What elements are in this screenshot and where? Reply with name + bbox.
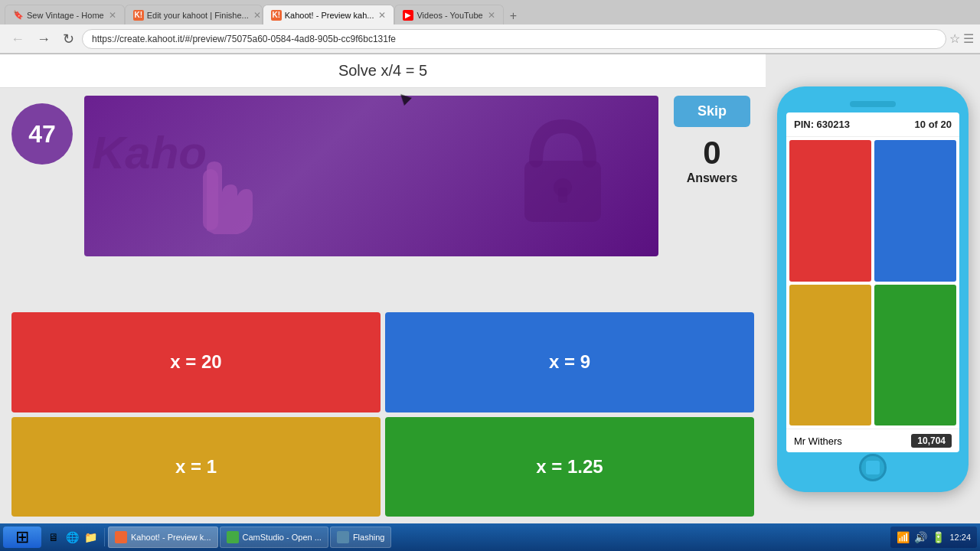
- nav-bar: ← → ↻ ☆ ☰: [0, 24, 980, 54]
- phone-header: PIN: 630213 10 of 20: [786, 112, 959, 137]
- phone-speaker: [850, 101, 896, 107]
- answer-box-1[interactable]: x = 20: [11, 312, 381, 412]
- svg-rect-3: [203, 169, 218, 230]
- phone-answer-grid: [786, 137, 959, 429]
- tab-sew-vintage[interactable]: 🔖 Sew Vintage - Home ✕: [5, 5, 125, 24]
- tab-icon-edit: K!: [133, 10, 144, 21]
- question-title: Solve x/4 = 5: [338, 62, 427, 79]
- windows-logo: ⊞: [15, 527, 29, 547]
- tab-youtube[interactable]: ▶ Videos - YouTube ✕: [394, 5, 503, 24]
- tab-bar: 🔖 Sew Vintage - Home ✕ K! Edit your kaho…: [0, 0, 980, 24]
- tab-icon-youtube: ▶: [403, 10, 413, 21]
- show-desktop-icon[interactable]: 🖥: [46, 530, 61, 545]
- phone-home-inner: [866, 461, 880, 474]
- phone-mockup: PIN: 630213 10 of 20 Mr Withers 10,704: [777, 86, 969, 492]
- phone-score: 10,704: [911, 434, 952, 448]
- start-orb[interactable]: ⊞: [3, 527, 41, 548]
- taskbar-tray: 📶 🔊 🔋 12:24: [890, 527, 977, 548]
- answer-label-3: x = 1: [175, 456, 217, 478]
- tab-kahoot-preview[interactable]: K! Kahoot! - Preview kah... ✕: [263, 5, 395, 24]
- phone-footer: Mr Withers 10,704: [786, 429, 959, 452]
- kahoot-image: Kaho: [84, 96, 658, 256]
- phone-bottom: [786, 452, 959, 483]
- answer-box-3[interactable]: x = 1: [11, 417, 381, 517]
- quick-launch: 🖥 🌐 📁: [43, 530, 101, 545]
- question-header: Solve x/4 = 5: [0, 54, 766, 88]
- taskbar-btn-camstudio[interactable]: CamStudio - Open ...: [220, 527, 328, 548]
- answers-count-section: 0 Answers: [687, 135, 738, 185]
- browser-chrome: 🔖 Sew Vintage - Home ✕ K! Edit your kaho…: [0, 0, 980, 54]
- phone-answer-blue[interactable]: [874, 140, 956, 282]
- answers-label: Answers: [687, 171, 738, 185]
- tab-close-preview[interactable]: ✕: [378, 10, 386, 21]
- answers-number: 0: [687, 135, 738, 171]
- answer-box-2[interactable]: x = 9: [385, 312, 754, 412]
- skip-answers: Skip 0 Answers: [670, 96, 754, 185]
- reload-button[interactable]: ↻: [58, 31, 79, 47]
- lock-icon: [513, 111, 612, 233]
- taskbar-flashing-icon: [337, 531, 349, 543]
- phone-screen: PIN: 630213 10 of 20 Mr Withers 10,704: [786, 112, 959, 452]
- timer-circle: 47: [11, 103, 73, 165]
- skip-button[interactable]: Skip: [674, 96, 750, 127]
- tab-close-youtube[interactable]: ✕: [488, 10, 495, 21]
- network-tray-icon: 📶: [897, 531, 910, 543]
- main-area: Solve x/4 = 5 47 Kaho: [0, 54, 980, 524]
- taskbar-flashing-label: Flashing: [353, 533, 385, 542]
- ie-icon[interactable]: 🌐: [64, 530, 80, 545]
- folder-icon[interactable]: 📁: [83, 530, 98, 545]
- hand-icon: [161, 123, 283, 246]
- tab-icon-preview: K!: [271, 10, 282, 21]
- phone-answer-yellow[interactable]: [789, 285, 871, 426]
- address-bar[interactable]: [82, 29, 946, 49]
- taskbar-kahoot-icon: [115, 531, 127, 543]
- taskbar-clock: 12:24: [949, 532, 971, 543]
- new-tab-button[interactable]: +: [504, 8, 523, 24]
- phone-answer-red[interactable]: [789, 140, 871, 282]
- taskbar-camstudio-icon: [227, 531, 239, 543]
- phone-player: Mr Withers: [794, 435, 842, 447]
- taskbar-btn-flashing[interactable]: Flashing: [330, 527, 392, 548]
- answer-grid: x = 20 x = 9 x = 1 x = 1.25: [0, 308, 766, 524]
- phone-area: PIN: 630213 10 of 20 Mr Withers 10,704: [766, 54, 980, 524]
- tab-close-edit[interactable]: ✕: [253, 10, 261, 21]
- taskbar-separator: [104, 528, 105, 546]
- battery-tray-icon: 🔋: [932, 531, 945, 543]
- phone-progress: 10 of 20: [915, 119, 952, 130]
- bookmark-button[interactable]: ☆: [949, 31, 960, 46]
- timer-value: 47: [28, 120, 56, 148]
- taskbar-btn-kahoot[interactable]: Kahoot! - Preview k...: [108, 527, 218, 548]
- back-button[interactable]: ←: [6, 31, 29, 47]
- tab-edit-kahoot[interactable]: K! Edit your kahoot | Finishe... ✕: [125, 5, 263, 24]
- hand-icon-container: [161, 123, 283, 249]
- answer-label-2: x = 9: [549, 351, 590, 373]
- answer-label-4: x = 1.25: [536, 456, 603, 478]
- phone-top: [786, 96, 959, 112]
- phone-answer-green[interactable]: [874, 285, 956, 426]
- phone-pin: PIN: 630213: [794, 119, 850, 130]
- taskbar: ⊞ 🖥 🌐 📁 Kahoot! - Preview k... CamStudio…: [0, 523, 980, 551]
- speaker-tray-icon: 🔊: [914, 531, 927, 543]
- answer-label-1: x = 20: [170, 351, 221, 373]
- game-main: 47 Kaho: [0, 88, 766, 308]
- lock-icon-container: [513, 111, 612, 236]
- forward-button[interactable]: →: [32, 31, 55, 47]
- game-area: Solve x/4 = 5 47 Kaho: [0, 54, 766, 524]
- answer-box-4[interactable]: x = 1.25: [385, 417, 754, 517]
- phone-home-button[interactable]: [859, 454, 887, 481]
- start-button[interactable]: ⊞: [3, 527, 41, 548]
- tab-icon-sew: 🔖: [13, 10, 24, 21]
- tab-close-sew[interactable]: ✕: [109, 10, 116, 21]
- svg-rect-2: [558, 187, 567, 203]
- taskbar-camstudio-label: CamStudio - Open ...: [243, 533, 322, 542]
- menu-button[interactable]: ☰: [963, 31, 974, 46]
- taskbar-kahoot-label: Kahoot! - Preview k...: [131, 533, 211, 542]
